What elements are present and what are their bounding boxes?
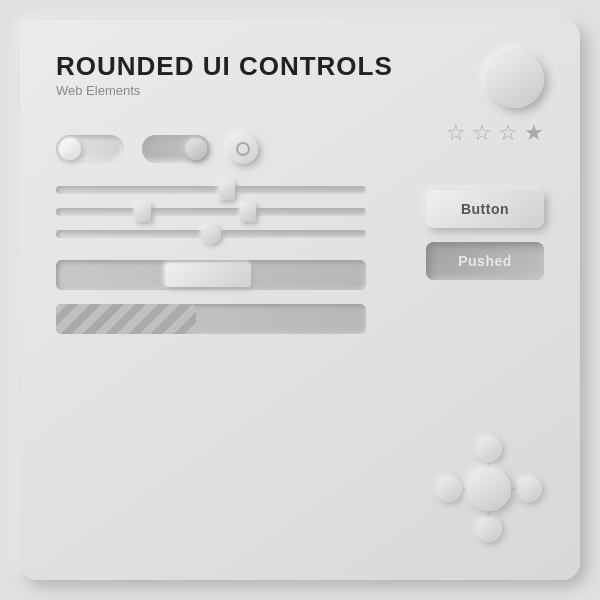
- slider-3[interactable]: [56, 230, 366, 238]
- star-2[interactable]: ☆: [472, 120, 492, 146]
- star-1[interactable]: ☆: [446, 120, 466, 146]
- connector-widget: [434, 434, 544, 544]
- star-4[interactable]: ★: [524, 120, 544, 146]
- slider-2[interactable]: [56, 208, 366, 216]
- connector-node-bottom[interactable]: [476, 516, 502, 542]
- toggle-off-thumb: [59, 138, 81, 160]
- buttons-container: Button Pushed: [426, 190, 544, 280]
- slider-2-thumb-left[interactable]: [135, 202, 151, 222]
- connector-node-top[interactable]: [476, 436, 502, 462]
- slider-3-thumb[interactable]: [201, 224, 221, 244]
- star-rating: ☆ ☆ ☆ ★: [446, 120, 544, 146]
- toggle-on[interactable]: [142, 135, 210, 163]
- card: ROUNDED UI CONTROLS Web Elements ☆ ☆ ☆ ★: [20, 20, 580, 580]
- connector-node-center[interactable]: [467, 467, 511, 511]
- progress-bar: [56, 304, 366, 334]
- progress-fill: [56, 304, 196, 334]
- scrollbar[interactable]: [56, 260, 366, 290]
- sliders-container: [56, 186, 366, 238]
- connector-node-right[interactable]: [516, 476, 542, 502]
- bars-container: [56, 260, 366, 334]
- page-subtitle: Web Elements: [56, 83, 544, 98]
- page-title: ROUNDED UI CONTROLS: [56, 52, 544, 81]
- toggle-on-thumb: [185, 138, 207, 160]
- star-3[interactable]: ☆: [498, 120, 518, 146]
- connector-node-left[interactable]: [436, 476, 462, 502]
- radio-button[interactable]: [228, 134, 258, 164]
- slider-2-thumb-right[interactable]: [240, 202, 256, 222]
- button-normal[interactable]: Button: [426, 190, 544, 228]
- slider-1[interactable]: [56, 186, 366, 194]
- circle-button[interactable]: [486, 50, 544, 108]
- scroll-thumb[interactable]: [165, 263, 252, 287]
- slider-1-thumb[interactable]: [219, 180, 235, 200]
- button-pushed[interactable]: Pushed: [426, 242, 544, 280]
- toggle-off[interactable]: [56, 135, 124, 163]
